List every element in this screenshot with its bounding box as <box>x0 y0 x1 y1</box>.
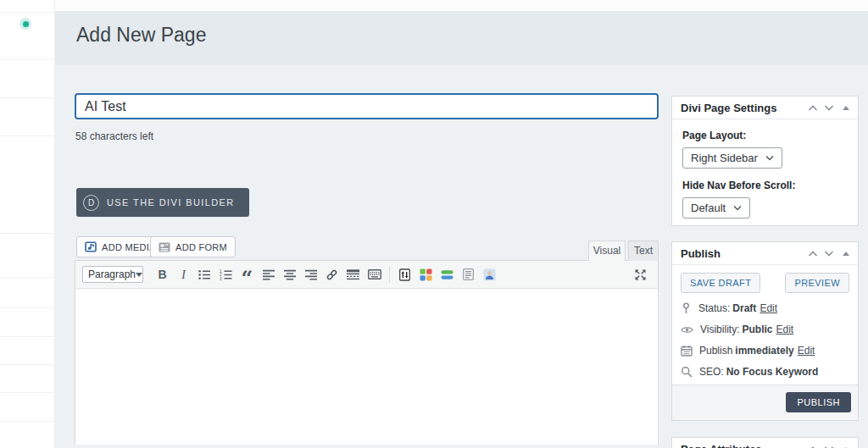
publish-panel-header: Publish <box>672 242 858 265</box>
add-media-label: ADD MEDIA <box>102 242 156 252</box>
page-title-input[interactable] <box>75 93 659 119</box>
eye-icon <box>681 325 693 335</box>
page-layout-select[interactable]: Right Sidebar <box>682 147 782 169</box>
schedule-row: PublishimmediatelyEdit <box>681 345 849 357</box>
fullscreen-icon[interactable] <box>630 265 651 284</box>
move-down-icon[interactable] <box>823 443 835 448</box>
notification-dot-icon <box>19 18 31 30</box>
chevron-down-icon <box>136 273 142 277</box>
admin-menu-sidebar[interactable] <box>0 0 55 448</box>
divi-panel-title: Divi Page Settings <box>681 102 803 114</box>
pin-icon <box>681 302 692 314</box>
status-value: Draft <box>732 302 756 314</box>
schedule-edit-link[interactable]: Edit <box>798 345 815 357</box>
bold-icon[interactable]: B <box>152 265 173 284</box>
add-form-label: ADD FORM <box>175 242 227 252</box>
page-attributes-header: Page Attributes <box>672 438 858 448</box>
tab-visual[interactable]: Visual <box>588 241 626 261</box>
menu-divider <box>0 59 55 60</box>
chevron-down-icon <box>733 205 742 211</box>
toolbar-separator <box>389 266 390 283</box>
page-layout-value: Right Sidebar <box>691 152 758 164</box>
page-attributes-panel: Page Attributes <box>671 437 859 448</box>
more-tag-icon[interactable] <box>342 265 364 284</box>
menu-divider <box>0 136 55 136</box>
blockquote-icon[interactable]: “ <box>236 265 258 284</box>
align-right-icon[interactable] <box>300 265 321 284</box>
hide-nav-select[interactable]: Default <box>682 197 750 218</box>
hide-nav-label: Hide Nav Before Scroll: <box>682 180 848 191</box>
collapse-toggle-icon[interactable] <box>843 106 849 110</box>
author-icon[interactable] <box>479 265 500 284</box>
numbered-list-icon[interactable]: 123 <box>215 265 236 284</box>
divi-panel-body: Page Layout: Right Sidebar Hide Nav Befo… <box>672 119 858 240</box>
notes-icon[interactable] <box>458 265 479 284</box>
publish-button[interactable]: PUBLISH <box>786 392 851 412</box>
media-icon <box>85 241 97 252</box>
status-edit-link[interactable]: Edit <box>760 302 777 314</box>
preview-button[interactable]: PREVIEW <box>785 273 849 293</box>
publish-panel-body: SAVE DRAFT PREVIEW Status:DraftEdit Visi… <box>672 265 858 378</box>
move-down-icon[interactable] <box>823 102 835 113</box>
editor-content-area[interactable] <box>75 289 658 445</box>
menu-divider <box>0 421 55 422</box>
form-icon <box>159 242 170 252</box>
menu-divider <box>0 392 55 393</box>
menu-divider <box>0 12 55 13</box>
move-down-icon[interactable] <box>823 247 835 259</box>
page-header: Add New Page <box>55 11 868 65</box>
seo-value: No Focus Keyword <box>726 366 819 378</box>
status-label: Status: <box>698 302 730 314</box>
move-up-icon[interactable] <box>807 247 819 259</box>
menu-divider <box>0 97 55 98</box>
menu-divider <box>0 277 55 278</box>
keyboard-icon[interactable] <box>364 265 385 284</box>
editor-toolbar: Paragraph B I 123 “ <box>75 261 658 289</box>
visibility-label: Visibility: <box>700 324 739 335</box>
publish-panel: Publish SAVE DRAFT PREVIEW Status:DraftE… <box>671 241 859 421</box>
divi-builder-label: USE THE DIVI BUILDER <box>107 197 235 207</box>
menu-divider <box>0 307 55 308</box>
paragraph-format-dropdown[interactable]: Paragraph <box>82 266 143 283</box>
align-center-icon[interactable] <box>279 265 300 284</box>
italic-icon[interactable]: I <box>173 265 194 284</box>
page-title: Add New Page <box>55 11 868 47</box>
status-row: Status:DraftEdit <box>681 302 849 314</box>
chevron-down-icon <box>765 155 774 161</box>
align-left-icon[interactable] <box>258 265 279 284</box>
divi-d-icon: D <box>83 195 99 211</box>
top-strip <box>55 0 868 11</box>
divi-page-settings-panel: Divi Page Settings Page Layout: Right Si… <box>671 96 859 226</box>
link-icon[interactable] <box>321 265 342 284</box>
publish-panel-title: Publish <box>681 247 803 260</box>
divi-panel-header: Divi Page Settings <box>672 97 858 119</box>
hide-nav-value: Default <box>691 202 726 214</box>
paragraph-format-label: Paragraph <box>88 268 136 280</box>
menu-divider <box>0 364 55 365</box>
visibility-row: Visibility:PublicEdit <box>681 324 849 335</box>
seo-row: SEO:No Focus Keyword <box>681 366 849 378</box>
search-icon <box>681 366 693 378</box>
bulleted-list-icon[interactable] <box>194 265 215 284</box>
use-divi-builder-button[interactable]: D USE THE DIVI BUILDER <box>76 188 249 217</box>
save-draft-button[interactable]: SAVE DRAFT <box>681 273 760 293</box>
add-form-button[interactable]: ADD FORM <box>150 236 236 257</box>
page-attributes-title: Page Attributes <box>681 443 803 448</box>
progress-bars-icon[interactable] <box>437 265 458 284</box>
seo-label: SEO: <box>699 366 724 378</box>
visibility-edit-link[interactable]: Edit <box>776 324 793 335</box>
publish-panel-footer: PUBLISH <box>672 384 858 420</box>
schedule-label: Publish <box>699 345 732 357</box>
tab-text[interactable]: Text <box>628 241 659 261</box>
schedule-value: immediately <box>735 345 793 357</box>
calendar-icon <box>681 345 693 357</box>
move-up-icon[interactable] <box>807 443 819 448</box>
shortcode-grid-icon[interactable] <box>415 265 437 284</box>
content-editor: Paragraph B I 123 “ <box>75 260 659 445</box>
collapse-toggle-icon[interactable] <box>843 252 849 256</box>
move-up-icon[interactable] <box>807 102 819 113</box>
page-break-icon[interactable] <box>394 265 415 284</box>
menu-divider <box>0 336 55 337</box>
visibility-value: Public <box>742 324 772 335</box>
page-layout-label: Page Layout: <box>682 130 848 141</box>
